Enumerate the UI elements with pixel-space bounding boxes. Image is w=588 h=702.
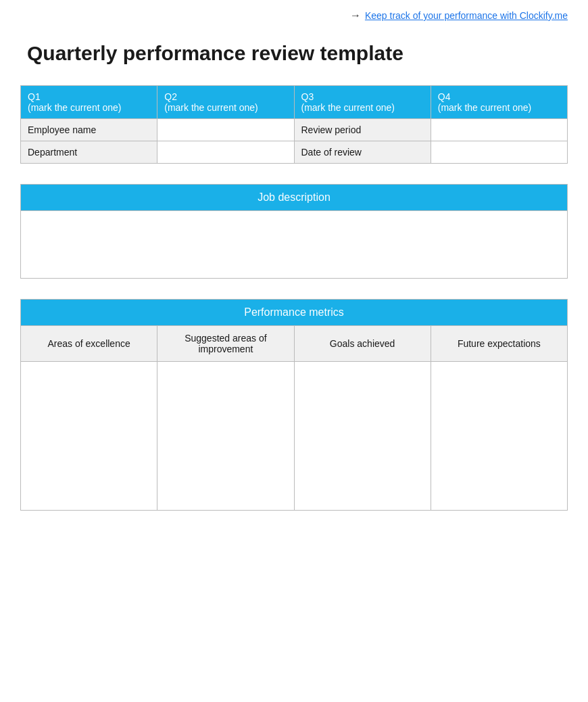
department-value[interactable]	[157, 141, 294, 164]
job-desc-header: Job description	[21, 185, 568, 211]
page-title: Quarterly performance review template	[27, 42, 561, 65]
perf-subheader-row: Areas of excellence Suggested areas of i…	[21, 326, 568, 362]
perf-header: Performance metrics	[21, 300, 568, 326]
goals-achieved-value[interactable]	[294, 362, 431, 511]
q1-header: Q1(mark the current one)	[21, 86, 157, 119]
clockify-link[interactable]: Keep track of your performance with Cloc…	[365, 10, 568, 21]
date-of-review-value[interactable]	[431, 141, 567, 164]
performance-table: Performance metrics Areas of excellence …	[20, 299, 568, 511]
areas-excellence-value[interactable]	[21, 362, 157, 511]
future-expectations-value[interactable]	[431, 362, 567, 511]
job-desc-header-row: Job description	[21, 185, 568, 211]
top-bar: → Keep track of your performance with Cl…	[14, 0, 574, 28]
date-of-review-label: Date of review	[294, 141, 431, 164]
suggested-areas-value[interactable]	[157, 362, 294, 511]
employee-name-label: Employee name	[21, 119, 157, 141]
col-goals-achieved: Goals achieved	[294, 326, 431, 362]
employee-name-value[interactable]	[157, 119, 294, 141]
q3-header: Q3(mark the current one)	[294, 86, 431, 119]
review-period-value[interactable]	[431, 119, 567, 141]
info-row-1: Employee name Review period	[21, 119, 568, 141]
job-description-section: Job description	[20, 184, 568, 279]
info-row-2: Department Date of review	[21, 141, 568, 164]
job-desc-table: Job description	[20, 184, 568, 279]
quarter-section: Q1(mark the current one) Q2(mark the cur…	[20, 85, 568, 164]
col-future-expectations: Future expectations	[431, 326, 567, 362]
job-desc-content[interactable]	[21, 211, 568, 279]
performance-metrics-section: Performance metrics Areas of excellence …	[20, 299, 568, 511]
q4-header: Q4(mark the current one)	[431, 86, 567, 119]
quarter-table: Q1(mark the current one) Q2(mark the cur…	[20, 85, 568, 164]
perf-data-row	[21, 362, 568, 511]
q2-header: Q2(mark the current one)	[157, 86, 294, 119]
col-suggested-areas: Suggested areas of improvement	[157, 326, 294, 362]
col-areas-excellence: Areas of excellence	[21, 326, 157, 362]
arrow-icon: →	[350, 9, 361, 22]
job-desc-body-row	[21, 211, 568, 279]
perf-header-row: Performance metrics	[21, 300, 568, 326]
review-period-label: Review period	[294, 119, 431, 141]
department-label: Department	[21, 141, 157, 164]
quarter-header-row: Q1(mark the current one) Q2(mark the cur…	[21, 86, 568, 119]
